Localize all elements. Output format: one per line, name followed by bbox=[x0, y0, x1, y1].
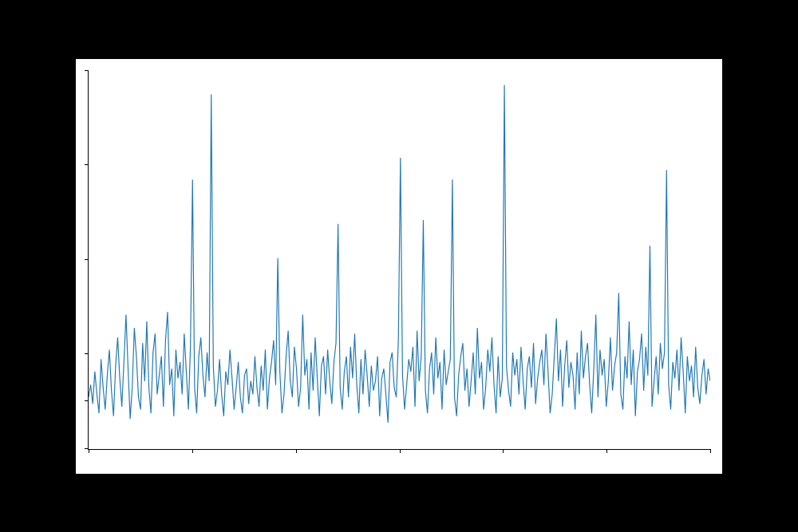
data-series-line bbox=[89, 85, 710, 422]
x-tick bbox=[710, 449, 711, 453]
y-tick bbox=[85, 353, 89, 354]
x-tick bbox=[192, 449, 193, 453]
y-tick bbox=[85, 164, 89, 165]
y-tick bbox=[85, 448, 89, 449]
line-chart bbox=[89, 71, 710, 449]
x-tick bbox=[296, 449, 297, 453]
y-tick bbox=[85, 259, 89, 260]
plot-area bbox=[88, 71, 710, 450]
y-tick bbox=[85, 400, 89, 401]
x-tick bbox=[400, 449, 401, 453]
y-tick bbox=[85, 70, 89, 71]
chart-container bbox=[76, 59, 722, 474]
x-tick bbox=[89, 449, 89, 453]
x-tick bbox=[606, 449, 607, 453]
x-tick bbox=[503, 449, 504, 453]
